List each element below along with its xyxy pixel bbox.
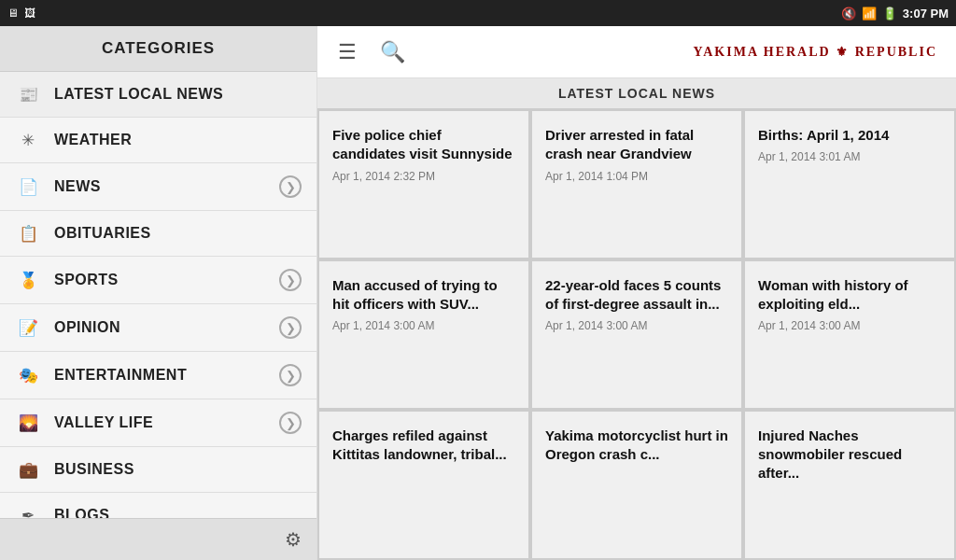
wifi-icon: 📶 <box>862 7 877 21</box>
sidebar-item-arrow: ❯ <box>279 269 302 291</box>
logo-text: YAKIMA HERALD ⚜ REPUBLIC <box>693 44 937 60</box>
sidebar-item-label: OPINION <box>54 319 279 336</box>
sidebar-item-entertainment[interactable]: 🎭ENTERTAINMENT❯ <box>0 352 316 399</box>
battery-icon: 🔋 <box>882 7 897 21</box>
ent-icon: 🎭 <box>15 365 41 385</box>
menu-button[interactable]: ☰ <box>325 30 370 75</box>
sidebar-item-arrow: ❯ <box>279 364 302 386</box>
news-card-2[interactable]: Driver arrested in fatal crash near Gran… <box>531 110 742 259</box>
news-time: Apr 1, 2014 3:00 AM <box>758 319 941 332</box>
sidebar-item-label: OBITUARIES <box>54 225 302 242</box>
news-time: Apr 1, 2014 2:32 PM <box>332 170 515 183</box>
sidebar-item-arrow: ❯ <box>279 175 302 198</box>
sidebar-item-arrow: ❯ <box>279 316 302 339</box>
news-time: Apr 1, 2014 3:00 AM <box>332 319 515 332</box>
screen-icon: 🖥 <box>7 7 19 20</box>
news-title: Five police chief candidates visit Sunny… <box>332 126 515 164</box>
sidebar-item-blogs[interactable]: ✒BLOGS <box>0 493 316 518</box>
news-title: Man accused of trying to hit officers wi… <box>332 276 515 315</box>
news-title: Woman with history of exploiting eld... <box>758 276 941 315</box>
sidebar-item-news[interactable]: 📄NEWS❯ <box>0 163 316 211</box>
sidebar-footer: ⚙ <box>0 518 316 560</box>
sidebar-item-latest-local-news[interactable]: 📰LATEST LOCAL NEWS <box>0 72 316 118</box>
sidebar-item-sports[interactable]: 🏅SPORTS❯ <box>0 257 316 304</box>
sidebar-item-label: VALLEY LIFE <box>54 414 279 431</box>
news-card-1[interactable]: Five police chief candidates visit Sunny… <box>318 110 529 259</box>
status-left-icons: 🖥 🖼 <box>7 7 35 20</box>
news-time: Apr 1, 2014 3:01 AM <box>758 150 941 163</box>
blogs-icon: ✒ <box>15 505 41 518</box>
right-panel: ☰ 🔍 YAKIMA HERALD ⚜ REPUBLIC LATEST LOCA… <box>317 26 956 560</box>
sidebar-header: CATEGORIES <box>0 26 316 72</box>
sidebar-item-label: ENTERTAINMENT <box>54 367 279 384</box>
valley-icon: 🌄 <box>15 413 41 433</box>
sidebar-item-obituaries[interactable]: 📋OBITUARIES <box>0 211 316 257</box>
sidebar-item-arrow: ❯ <box>279 412 302 434</box>
news-time: Apr 1, 2014 3:00 AM <box>545 319 728 332</box>
sidebar-item-label: SPORTS <box>54 272 279 288</box>
mute-icon: 🔇 <box>841 7 856 21</box>
search-button[interactable]: 🔍 <box>370 30 415 75</box>
news-title: Births: April 1, 2014 <box>758 126 941 145</box>
news-title: Charges refiled against Kittitas landown… <box>332 427 515 465</box>
news-title: Injured Naches snowmobiler rescued after… <box>758 427 941 483</box>
obit-icon: 📋 <box>15 223 41 244</box>
sidebar: CATEGORIES 📰LATEST LOCAL NEWS✳WEATHER📄NE… <box>0 26 317 560</box>
clock: 3:07 PM <box>903 7 949 21</box>
sidebar-item-business[interactable]: 💼BUSINESS <box>0 447 316 493</box>
sidebar-item-label: LATEST LOCAL NEWS <box>54 86 302 103</box>
news-card-3[interactable]: Births: April 1, 2014Apr 1, 2014 3:01 AM <box>744 110 955 259</box>
news-card-5[interactable]: 22-year-old faces 5 counts of first-degr… <box>531 260 742 409</box>
sidebar-item-label: NEWS <box>54 178 279 195</box>
newspaper-icon: 📰 <box>15 84 41 105</box>
news-grid: Five police chief candidates visit Sunny… <box>317 109 956 560</box>
top-bar: ☰ 🔍 YAKIMA HERALD ⚜ REPUBLIC <box>317 26 956 78</box>
news-card-4[interactable]: Man accused of trying to hit officers wi… <box>318 260 529 409</box>
sidebar-item-label: BLOGS <box>54 507 302 518</box>
logo-area: YAKIMA HERALD ⚜ REPUBLIC <box>415 44 949 60</box>
status-bar: 🖥 🖼 🔇 📶 🔋 3:07 PM <box>0 0 956 26</box>
news-title: 22-year-old faces 5 counts of first-degr… <box>545 276 728 315</box>
opinion-icon: 📝 <box>15 317 41 338</box>
sidebar-item-weather[interactable]: ✳WEATHER <box>0 118 316 163</box>
sidebar-items: 📰LATEST LOCAL NEWS✳WEATHER📄NEWS❯📋OBITUAR… <box>0 72 316 518</box>
main-layout: CATEGORIES 📰LATEST LOCAL NEWS✳WEATHER📄NE… <box>0 26 956 560</box>
news-time: Apr 1, 2014 1:04 PM <box>545 170 728 183</box>
section-header: LATEST LOCAL NEWS <box>317 78 956 109</box>
news-card-9[interactable]: Injured Naches snowmobiler rescued after… <box>744 411 955 559</box>
news-card-7[interactable]: Charges refiled against Kittitas landown… <box>318 411 529 559</box>
business-icon: 💼 <box>15 459 41 480</box>
sports-icon: 🏅 <box>15 270 41 290</box>
news-card-8[interactable]: Yakima motorcyclist hurt in Oregon crash… <box>531 411 742 559</box>
sidebar-item-label: WEATHER <box>54 132 302 148</box>
news-icon: 📄 <box>15 176 41 197</box>
image-icon: 🖼 <box>24 7 35 20</box>
news-card-6[interactable]: Woman with history of exploiting eld...A… <box>744 260 955 409</box>
sun-icon: ✳ <box>15 130 41 150</box>
sidebar-item-label: BUSINESS <box>54 461 302 478</box>
status-right-icons: 🔇 📶 🔋 3:07 PM <box>841 7 949 21</box>
news-title: Yakima motorcyclist hurt in Oregon crash… <box>545 427 728 465</box>
settings-icon[interactable]: ⚙ <box>285 528 302 551</box>
sidebar-item-valley-life[interactable]: 🌄VALLEY LIFE❯ <box>0 399 316 447</box>
sidebar-item-opinion[interactable]: 📝OPINION❯ <box>0 304 316 352</box>
news-title: Driver arrested in fatal crash near Gran… <box>545 126 728 164</box>
